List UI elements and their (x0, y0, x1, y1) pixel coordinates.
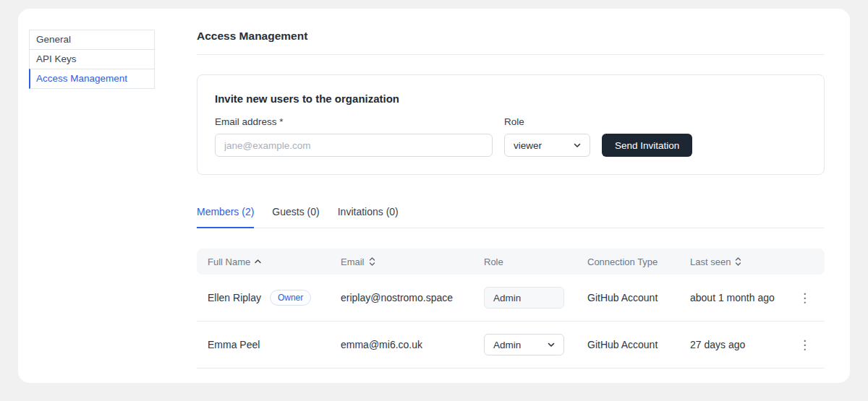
member-email: emma@mi6.co.uk (341, 339, 484, 350)
role-dropdown[interactable]: Admin (484, 334, 564, 355)
tab-invitations[interactable]: Invitations (0) (338, 206, 399, 228)
last-seen: 27 days ago (690, 339, 796, 350)
member-email: eriplay@nostromo.space (341, 292, 484, 303)
email-field-group: Email address * (215, 116, 493, 157)
last-seen: about 1 month ago (690, 292, 796, 303)
member-name-cell: Emma Peel (208, 339, 341, 350)
invite-form: Email address * Role viewer Send Invi (215, 116, 807, 157)
chevron-down-icon (574, 142, 581, 149)
role-readonly-field: Admin (484, 287, 564, 309)
role-field-group: Role viewer (504, 116, 590, 157)
members-table: Full Name Email (197, 249, 825, 368)
tab-members[interactable]: Members (2) (197, 206, 254, 228)
connection-type: GitHub Account (587, 292, 690, 303)
title-divider (197, 54, 825, 55)
sidebar-item-general[interactable]: General (29, 30, 155, 50)
chevron-down-icon (548, 341, 555, 348)
member-name-cell: Ellen Riplay Owner (208, 290, 341, 306)
sidebar-item-access-management[interactable]: Access Management (29, 69, 155, 89)
column-header-connection-type: Connection Type (587, 256, 690, 267)
role-select[interactable]: viewer (504, 134, 590, 157)
main-content: Access Management Invite new users to th… (197, 9, 825, 368)
column-header-role: Role (484, 256, 587, 267)
sort-asc-icon (255, 259, 261, 264)
tab-guests[interactable]: Guests (0) (272, 206, 319, 228)
member-name: Emma Peel (208, 339, 260, 350)
connection-type: GitHub Account (587, 339, 690, 350)
column-label: Email (341, 256, 365, 267)
row-actions-menu-icon[interactable]: ⋮ (796, 290, 814, 306)
invite-users-panel: Invite new users to the organization Ema… (197, 74, 825, 175)
sidebar-item-api-keys[interactable]: API Keys (29, 49, 155, 69)
column-label: Last seen (690, 256, 731, 267)
table-header-row: Full Name Email (197, 249, 825, 275)
column-label: Connection Type (587, 256, 658, 267)
row-actions-menu-icon[interactable]: ⋮ (796, 337, 814, 353)
sort-both-icon (369, 257, 375, 266)
role-select-value: viewer (514, 140, 542, 151)
settings-card: General API Keys Access Management Acces… (18, 9, 850, 383)
column-label: Full Name (208, 256, 250, 267)
column-header-email[interactable]: Email (341, 256, 484, 267)
role-dropdown-value: Admin (493, 340, 521, 350)
role-label: Role (504, 116, 590, 127)
send-invitation-button[interactable]: Send Invitation (602, 134, 692, 157)
email-label: Email address * (215, 116, 493, 127)
table-row: Ellen Riplay Owner eriplay@nostromo.spac… (197, 275, 825, 322)
member-name: Ellen Riplay (208, 292, 261, 303)
sort-both-icon (735, 257, 741, 266)
column-header-full-name[interactable]: Full Name (208, 256, 341, 267)
page-title: Access Management (197, 9, 825, 43)
owner-badge: Owner (270, 290, 311, 306)
invite-heading: Invite new users to the organization (215, 92, 807, 105)
member-tabs: Members (2) Guests (0) Invitations (0) (197, 206, 825, 228)
settings-sidebar: General API Keys Access Management (29, 30, 155, 89)
table-row: Emma Peel emma@mi6.co.uk Admin GitHub Ac… (197, 322, 825, 368)
column-header-last-seen[interactable]: Last seen (690, 256, 796, 267)
column-label: Role (484, 256, 503, 267)
email-input[interactable] (215, 134, 493, 157)
